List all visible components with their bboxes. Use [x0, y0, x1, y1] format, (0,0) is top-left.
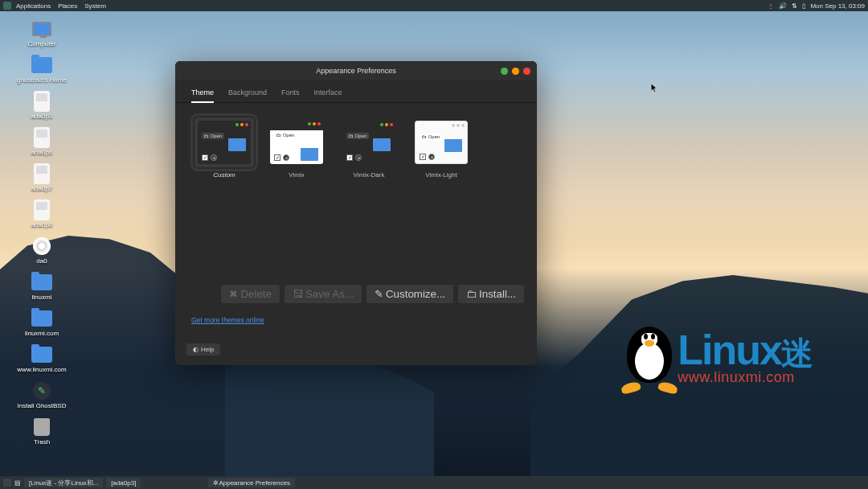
- drive-icon: [34, 199, 50, 220]
- folder-icon: [31, 274, 52, 290]
- tab-background[interactable]: Background: [228, 85, 267, 102]
- desktop-icon-label: da0: [36, 257, 47, 265]
- bottom-panel: ▤ [Linux迷 - 分享Linux和... [ada0p3] ✲ Appea…: [0, 476, 868, 489]
- desktop-icon-label: Trash: [34, 438, 50, 446]
- desktop-icon-label: ghostbsd's Home: [17, 76, 67, 84]
- theme-label: Vimix-Light: [425, 171, 457, 179]
- theme-vimix-light[interactable]: 🗀 Open✓Vimix-Light: [411, 117, 471, 179]
- close-icon[interactable]: [523, 68, 530, 75]
- taskbar-item[interactable]: [Linux迷 - 分享Linux和...: [24, 478, 103, 487]
- tabs: ThemeBackgroundFontsInterface: [175, 80, 537, 103]
- menu-applications[interactable]: Applications: [16, 2, 51, 10]
- watermark: Linux迷 www.linuxmi.com: [616, 318, 812, 392]
- desktop-icon-da0[interactable]: da0: [16, 236, 68, 265]
- desktop-icon-ada0p6[interactable]: ada0p6: [16, 128, 68, 156]
- theme-label: Vimix: [289, 171, 304, 179]
- window-list-icon[interactable]: ▤: [14, 479, 21, 487]
- disk-icon: [33, 237, 51, 255]
- maximize-icon[interactable]: [512, 68, 519, 75]
- cursor-icon: [651, 82, 657, 92]
- desktop-icon-linuxmi-com[interactable]: linuxmi.com: [16, 309, 68, 337]
- theme-label: Custom: [213, 171, 235, 179]
- desktop-icon-label: linuxmi: [32, 294, 52, 301]
- titlebar[interactable]: Appearance Preferences: [175, 61, 537, 80]
- theme-grid: 🗀 Open✓Custom🗀 Open✓Vimix🗀 Open✓Vimix-Da…: [175, 103, 537, 280]
- show-desktop-icon[interactable]: [3, 479, 11, 487]
- installer-icon: ✎: [33, 382, 51, 400]
- folder-icon: [31, 310, 52, 327]
- install-button[interactable]: 🗀 Install...: [458, 285, 524, 303]
- clock[interactable]: Mon Sep 13, 03:09: [810, 2, 865, 10]
- desktop-icon-label: ada0p8: [31, 221, 53, 228]
- drive-icon: [34, 127, 50, 148]
- top-panel: Applications Places System ⋮ 🔊 ⇅ ▯ Mon S…: [0, 0, 868, 11]
- desktop-icon-install-ghostbsd[interactable]: ✎Install GhostBSD: [16, 381, 68, 409]
- desktop-icon-www-linuxmi-com[interactable]: www.linuxmi.com: [16, 345, 68, 373]
- taskbar-item-active[interactable]: ✲ Appearance Preferences: [208, 478, 295, 487]
- desktop-icon-ada0p7[interactable]: ada0p7: [16, 164, 68, 192]
- menu-places[interactable]: Places: [58, 2, 77, 10]
- appearance-preferences-window: Appearance Preferences ThemeBackgroundFo…: [175, 61, 537, 365]
- drive-icon: [34, 91, 50, 112]
- desktop-icon-ada0p3[interactable]: ada0p3: [16, 92, 68, 120]
- watermark-brand: Linux: [678, 326, 781, 374]
- save-as-button[interactable]: 🖫 Save As...: [285, 285, 362, 303]
- watermark-url: www.linuxmi.com: [678, 369, 812, 386]
- desktop-icon-linuxmi[interactable]: linuxmi: [16, 273, 68, 301]
- desktop-icon-ghostbsd-s-home[interactable]: ghostbsd's Home: [16, 55, 68, 84]
- drive-icon: [34, 163, 50, 184]
- desktop-icon-trash[interactable]: Trash: [16, 417, 68, 446]
- desktop-icon-computer[interactable]: Computer: [16, 19, 68, 47]
- menu-system[interactable]: System: [84, 2, 106, 10]
- delete-button[interactable]: ✖ Delete: [221, 285, 280, 303]
- desktop-icon-label: ada0p7: [31, 185, 53, 192]
- desktop-icon-label: Install GhostBSD: [18, 402, 67, 409]
- folder-icon: [31, 347, 52, 363]
- desktop-icon-label: www.linuxmi.com: [17, 366, 66, 373]
- tab-interface[interactable]: Interface: [314, 85, 342, 102]
- folder-icon: [31, 57, 52, 73]
- theme-label: Vimix-Dark: [354, 171, 385, 179]
- taskbar-item[interactable]: [ada0p3]: [106, 478, 141, 487]
- tab-fonts[interactable]: Fonts: [281, 85, 300, 102]
- desktop-icon-ada0p8[interactable]: ada0p8: [16, 200, 68, 228]
- theme-custom[interactable]: 🗀 Open✓Custom: [194, 117, 254, 179]
- volume-icon[interactable]: 🔊: [779, 2, 787, 10]
- more-themes-link[interactable]: Get more themes online: [191, 316, 264, 324]
- window-title: Appearance Preferences: [175, 67, 537, 75]
- desktop-icon-label: linuxmi.com: [25, 330, 59, 337]
- customize-button[interactable]: ✎ Customize...: [366, 285, 453, 303]
- desktop-icon-label: ada0p3: [31, 113, 53, 120]
- battery-icon[interactable]: ▯: [802, 2, 805, 10]
- desktop-icon-label: ada0p6: [31, 149, 53, 156]
- trash-icon: [34, 418, 50, 436]
- tab-theme[interactable]: Theme: [191, 85, 214, 103]
- theme-vimix[interactable]: 🗀 Open✓Vimix: [267, 117, 326, 179]
- network-icon[interactable]: ⇅: [792, 2, 797, 10]
- theme-vimix-dark[interactable]: 🗀 Open✓Vimix-Dark: [339, 117, 399, 179]
- distro-logo-icon[interactable]: [3, 2, 11, 10]
- help-button[interactable]: ◐ Help: [186, 343, 220, 355]
- tray-separator-icon: ⋮: [768, 2, 774, 10]
- tux-icon: [616, 318, 682, 392]
- desktop-icons: Computerghostbsd's Homeada0p3ada0p6ada0p…: [16, 19, 68, 446]
- minimize-icon[interactable]: [501, 68, 508, 75]
- monitor-icon: [32, 22, 51, 36]
- desktop-icon-label: Computer: [27, 40, 55, 47]
